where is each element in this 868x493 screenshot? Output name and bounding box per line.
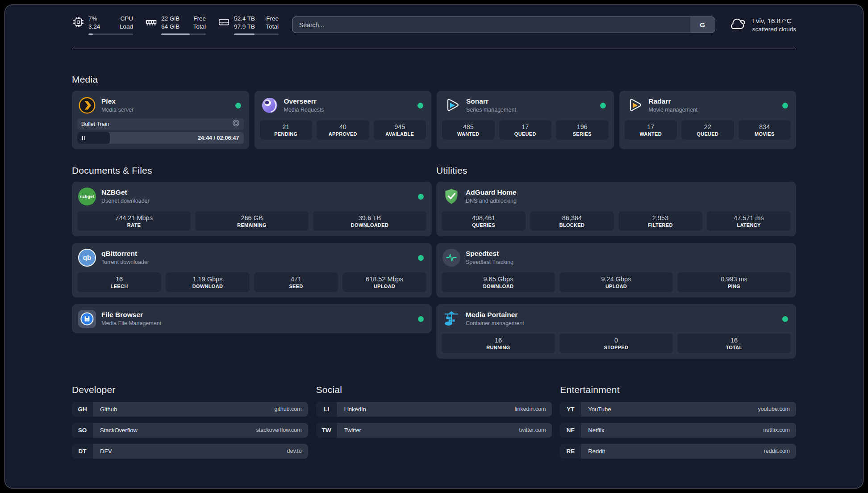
- link-name: Netflix: [588, 427, 604, 434]
- app-subtitle: Media server: [101, 107, 134, 113]
- link-linkedin[interactable]: LI LinkedIn linkedin.com: [316, 402, 552, 417]
- memory-free-label: Free: [193, 15, 206, 23]
- plex-card[interactable]: Plex Media server Bullet Train: [72, 91, 249, 149]
- status-dot: [782, 103, 788, 109]
- stat-download: 1.19 Gbps DOWNLOAD: [166, 272, 250, 292]
- link-netflix[interactable]: NF Netflix netflix.com: [560, 423, 796, 438]
- storage-stat: 52.4 TB 97.9 TB Free Total: [217, 15, 279, 35]
- link-reddit[interactable]: RE Reddit reddit.com: [560, 444, 796, 459]
- pause-icon[interactable]: [82, 136, 85, 140]
- stat-ping: 0.993 ms PING: [677, 272, 791, 292]
- stat-upload: 9.24 Gbps UPLOAD: [559, 272, 673, 292]
- stat-leech: 16 LEECH: [77, 272, 161, 292]
- search-engine-button[interactable]: G: [690, 17, 715, 33]
- system-stats: 7% 3.24 CPU Load: [72, 15, 279, 35]
- radarr-icon: [626, 96, 643, 114]
- link-youtube[interactable]: YT YouTube youtube.com: [560, 402, 796, 417]
- memory-total-value: 64 GiB: [161, 23, 179, 31]
- stat-remaining: 266 GB REMAINING: [195, 211, 309, 231]
- weather-location: Lviv, 16.87°C: [752, 17, 796, 25]
- status-dot: [417, 103, 423, 109]
- sonarr-card[interactable]: Sonarr Series management 485 WANTED 17 Q…: [437, 91, 614, 149]
- cpu-progress-bar: [88, 33, 133, 35]
- playback-progress-bar: 24:44 / 02:06:47: [77, 132, 244, 144]
- stat-queued: 22 QUEUED: [681, 120, 734, 140]
- link-github[interactable]: GH Github github.com: [72, 402, 308, 417]
- link-url: github.com: [275, 406, 302, 412]
- qbittorrent-icon: qb: [78, 249, 96, 267]
- cpu-load-label: Load: [120, 23, 133, 31]
- stat-blocked: 86,384 BLOCKED: [530, 211, 614, 231]
- link-badge: YT: [560, 402, 581, 417]
- section-title-documents: Documents & Files: [72, 165, 432, 176]
- stat-running: 16 RUNNING: [442, 334, 555, 353]
- stat-queries: 498,461 QUERIES: [442, 211, 526, 231]
- link-badge: TW: [316, 423, 337, 438]
- search-input[interactable]: [292, 17, 690, 33]
- section-title-entertainment: Entertainment: [560, 384, 796, 395]
- section-entertainment: Entertainment YT YouTube youtube.com NF …: [560, 384, 796, 459]
- memory-total-label: Total: [193, 23, 206, 31]
- link-stackoverflow[interactable]: SO StackOverflow stackoverflow.com: [72, 423, 308, 438]
- link-url: dev.to: [287, 448, 302, 454]
- status-dot: [782, 316, 788, 322]
- status-dot: [418, 316, 424, 322]
- link-url: netflix.com: [763, 427, 790, 433]
- weather-widget: Lviv, 16.87°C scattered clouds: [729, 17, 796, 33]
- stat-wanted: 485 WANTED: [442, 120, 495, 140]
- status-dot: [600, 103, 606, 109]
- stat-total: 16 TOTAL: [677, 334, 791, 353]
- overseerr-icon: [261, 96, 279, 114]
- overseerr-card[interactable]: Overseerr Media Requests 21 PENDING 40 A…: [255, 91, 432, 149]
- stat-approved: 40 APPROVED: [317, 120, 369, 140]
- link-dev[interactable]: DT DEV dev.to: [72, 444, 308, 459]
- section-title-developer: Developer: [72, 384, 308, 395]
- radarr-card[interactable]: Radarr Movie management 17 WANTED 22 QUE…: [619, 91, 797, 149]
- stat-available: 945 AVAILABLE: [374, 120, 426, 140]
- disk-icon: [217, 16, 230, 28]
- app-title: Media Portainer: [466, 311, 524, 319]
- app-subtitle: Torrent downloader: [101, 259, 149, 265]
- app-subtitle: DNS and adblocking: [466, 198, 517, 204]
- storage-progress-bar: [234, 33, 279, 35]
- app-subtitle: Container management: [466, 320, 524, 326]
- header-divider: [72, 49, 796, 49]
- sonarr-icon: [443, 96, 461, 114]
- link-name: YouTube: [588, 406, 611, 413]
- cloud-icon: [729, 17, 747, 33]
- filebrowser-icon: [78, 310, 96, 328]
- link-name: Twitter: [344, 427, 361, 434]
- nzbget-card[interactable]: nzbget NZBGet Usenet downloader 744.21 M…: [72, 182, 432, 236]
- filebrowser-card[interactable]: File Browser Media File Management: [72, 304, 432, 333]
- cpu-usage-value: 7%: [88, 15, 100, 23]
- app-title: Plex: [101, 97, 134, 106]
- speedtest-card[interactable]: Speedtest Speedtest Tracking 9.65 Gbps D…: [436, 243, 796, 297]
- app-title: Radarr: [649, 97, 698, 106]
- memory-free-value: 22 GiB: [161, 15, 179, 23]
- link-url: stackoverflow.com: [256, 427, 302, 433]
- stat-pending: 21 PENDING: [260, 120, 313, 140]
- stat-movies: 834 MOVIES: [739, 120, 791, 140]
- cpu-stat: 7% 3.24 CPU Load: [72, 15, 133, 35]
- adguard-icon: [442, 188, 460, 205]
- section-developer: Developer GH Github github.com SO StackO…: [72, 384, 308, 459]
- link-twitter[interactable]: TW Twitter twitter.com: [316, 423, 552, 438]
- stat-filtered: 2,953 FILTERED: [618, 211, 702, 231]
- status-dot: [418, 194, 424, 200]
- storage-free-value: 52.4 TB: [234, 15, 255, 23]
- weather-condition: scattered clouds: [752, 25, 796, 33]
- portainer-card[interactable]: Media Portainer Container management 16 …: [436, 304, 796, 359]
- link-badge: LI: [316, 402, 337, 417]
- cpu-label: CPU: [120, 15, 133, 23]
- link-name: StackOverflow: [100, 427, 138, 434]
- link-name: DEV: [100, 448, 112, 455]
- adguard-card[interactable]: AdGuard Home DNS and adblocking 498,461 …: [436, 182, 796, 236]
- qbittorrent-card[interactable]: qb qBittorrent Torrent downloader 16 LEE…: [72, 243, 432, 297]
- app-title: qBittorrent: [101, 250, 149, 258]
- stat-queued: 17 QUEUED: [499, 120, 552, 140]
- stat-download: 9.65 Gbps DOWNLOAD: [442, 272, 555, 292]
- app-title: Overseerr: [284, 97, 324, 106]
- link-badge: NF: [560, 423, 581, 438]
- search-bar: G: [292, 17, 715, 33]
- dashboard: 7% 3.24 CPU Load: [4, 4, 864, 489]
